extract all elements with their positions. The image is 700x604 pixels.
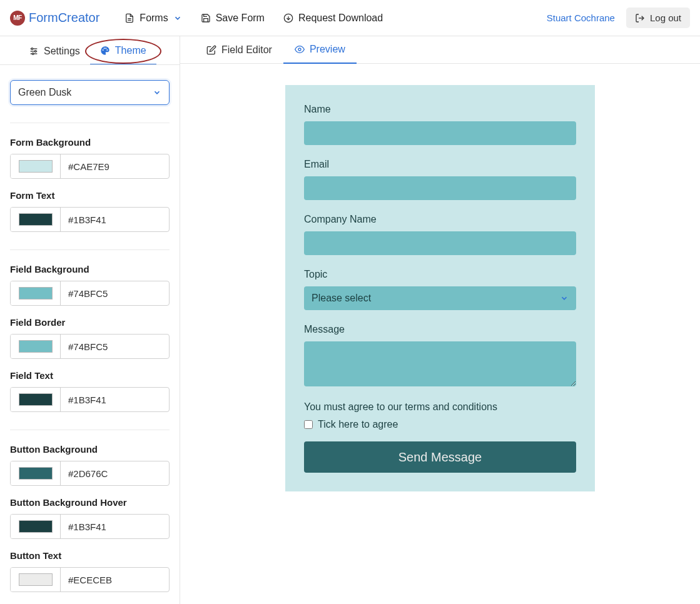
terms-text: You must agree to our terms and conditio… (304, 401, 576, 413)
prop-label: Field Border (10, 317, 170, 328)
divider (10, 249, 170, 250)
chevron-down-icon (560, 294, 569, 303)
logo-text: FormCreator (29, 11, 99, 25)
file-icon (124, 13, 134, 23)
swatch-icon (19, 467, 53, 480)
agree-checkbox-row[interactable]: Tick here to agree (304, 419, 576, 430)
svg-point-8 (31, 48, 33, 49)
svg-point-9 (34, 50, 36, 52)
hex-value[interactable]: #ECECEB (61, 568, 169, 591)
prop-label: Button Background (10, 444, 170, 455)
color-group-form: Form Background #CAE7E9 Form Text #1B3F4… (10, 137, 170, 232)
textarea-message[interactable] (304, 341, 576, 386)
color-input-field-text[interactable]: #1B3F41 (10, 387, 170, 412)
svg-point-10 (32, 53, 34, 54)
chevron-down-icon (153, 88, 161, 97)
tab-field-editor[interactable]: Field Editor (195, 36, 283, 63)
logout-button[interactable]: Log out (626, 8, 690, 28)
swatch-icon (19, 520, 53, 533)
hex-value[interactable]: #2D676C (61, 461, 169, 485)
topbar-right: Stuart Cochrane Log out (547, 8, 690, 28)
color-group-field: Field Background #74BFC5 Field Border #7… (10, 264, 170, 412)
save-label: Save Form (216, 13, 265, 24)
tab-preview[interactable]: Preview (283, 36, 357, 64)
input-name[interactable] (304, 121, 576, 145)
palette-icon (100, 46, 110, 56)
color-input-btn-text[interactable]: #ECECEB (10, 567, 170, 592)
submit-button[interactable]: Send Message (304, 441, 576, 473)
color-input-btn-hover[interactable]: #1B3F41 (10, 514, 170, 539)
forms-label: Forms (139, 13, 168, 24)
prop-label: Button Text (10, 550, 170, 561)
user-link[interactable]: Stuart Cochrane (547, 13, 615, 23)
label-email: Email (304, 159, 576, 170)
label-topic: Topic (304, 269, 576, 280)
main-panel: Field Editor Preview Name Email Company … (180, 36, 700, 604)
swatch-icon (19, 287, 53, 299)
select-topic-value: Please select (312, 293, 371, 304)
prop-label: Form Background (10, 137, 170, 148)
swatch-icon (19, 573, 53, 586)
color-input-form-bg[interactable]: #CAE7E9 (10, 154, 170, 179)
label-message: Message (304, 324, 576, 335)
svg-point-11 (298, 48, 301, 51)
color-group-button: Button Background #2D676C Button Backgro… (10, 444, 170, 592)
agree-checkbox[interactable] (304, 420, 313, 429)
color-input-btn-bg[interactable]: #2D676C (10, 461, 170, 486)
preview-stage: Name Email Company Name Topic Please sel… (180, 64, 700, 604)
prop-label: Form Text (10, 190, 170, 201)
hex-value[interactable]: #1B3F41 (61, 208, 169, 231)
request-download-button[interactable]: Request Download (283, 13, 383, 24)
sidebar-tabs: Settings Theme (0, 36, 180, 65)
select-topic[interactable]: Please select (304, 286, 576, 310)
eye-icon (295, 44, 305, 54)
hex-value[interactable]: #1B3F41 (61, 515, 169, 538)
label-company: Company Name (304, 214, 576, 225)
theme-select[interactable]: Green Dusk (10, 80, 170, 105)
swatch-icon (19, 393, 53, 406)
color-input-field-bg[interactable]: #74BFC5 (10, 281, 170, 306)
logout-icon (635, 13, 645, 23)
hex-value[interactable]: #CAE7E9 (61, 154, 169, 178)
label-name: Name (304, 104, 576, 115)
input-email[interactable] (304, 176, 576, 200)
tab-settings[interactable]: Settings (19, 36, 90, 64)
agree-label: Tick here to agree (318, 419, 398, 430)
divider (10, 123, 170, 123)
hex-value[interactable]: #74BFC5 (61, 335, 169, 358)
swatch-icon (19, 160, 53, 173)
divider (10, 430, 170, 430)
topbar: MF FormCreator Forms Save Form Request D… (0, 0, 700, 36)
prop-label: Field Text (10, 370, 170, 381)
tab-field-editor-label: Field Editor (221, 44, 272, 56)
tab-preview-label: Preview (310, 44, 345, 55)
swatch-icon (19, 213, 53, 226)
hex-value[interactable]: #1B3F41 (61, 388, 169, 411)
prop-label: Button Background Hover (10, 497, 170, 508)
color-input-field-border[interactable]: #74BFC5 (10, 334, 170, 359)
logo[interactable]: MF FormCreator (10, 11, 99, 26)
logout-label: Log out (650, 13, 681, 23)
prop-label: Field Background (10, 264, 170, 274)
theme-select-value: Green Dusk (18, 87, 71, 98)
sidebar: Settings Theme Green Dusk Form Backgroun… (0, 36, 180, 604)
edit-icon (206, 45, 216, 55)
save-icon (201, 13, 211, 23)
input-company[interactable] (304, 231, 576, 255)
save-form-button[interactable]: Save Form (201, 13, 265, 24)
main-tabs: Field Editor Preview (180, 36, 700, 64)
download-label: Request Download (298, 13, 383, 24)
logo-badge-icon: MF (10, 11, 25, 26)
forms-menu[interactable]: Forms (124, 13, 181, 24)
tab-theme-label: Theme (115, 45, 146, 56)
tab-theme[interactable]: Theme (90, 36, 156, 64)
topbar-actions: Forms Save Form Request Download (124, 13, 383, 24)
swatch-icon (19, 340, 53, 353)
sliders-icon (29, 46, 39, 56)
hex-value[interactable]: #74BFC5 (61, 281, 169, 305)
form-preview: Name Email Company Name Topic Please sel… (285, 85, 595, 491)
download-icon (283, 13, 293, 23)
chevron-down-icon (173, 14, 182, 23)
tab-settings-label: Settings (44, 46, 80, 57)
color-input-form-text[interactable]: #1B3F41 (10, 207, 170, 232)
